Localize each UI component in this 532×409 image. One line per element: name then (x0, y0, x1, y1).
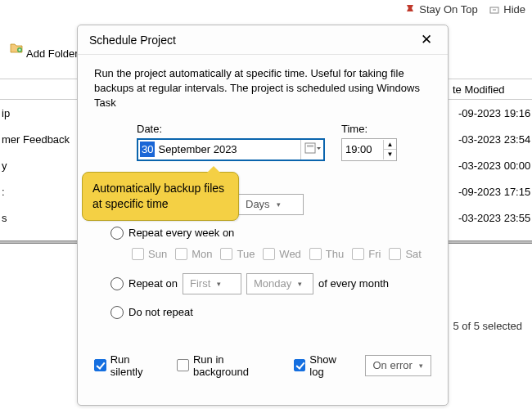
day-sun[interactable]: Sun (132, 248, 167, 260)
run-background-label: Run in background (193, 353, 281, 378)
time-label: Time: (341, 123, 397, 135)
checkbox-icon (177, 359, 189, 371)
calendar-dropdown-icon[interactable] (300, 140, 323, 160)
log-mode-select[interactable]: On error▾ (365, 355, 431, 376)
hide-icon (489, 5, 499, 15)
cell-modified: -03-2023 00:00 (452, 160, 532, 172)
dialog-description: Run the project automatically at specifi… (94, 66, 431, 111)
radio-repeat-on[interactable] (110, 277, 124, 290)
show-log-checkbox[interactable]: Show log (294, 353, 353, 378)
checkbox-icon (175, 248, 187, 260)
col-modified[interactable]: te Modified (445, 83, 525, 96)
repeat-unit-value: Days (246, 198, 270, 210)
day-mon[interactable]: Mon (175, 248, 212, 260)
day-label: Mon (192, 248, 212, 260)
date-rest: September 2023 (155, 143, 300, 155)
run-background-checkbox[interactable]: Run in background (177, 353, 280, 378)
repeat-on-row[interactable]: Repeat on First▾ Monday▾ of every month (110, 273, 431, 294)
day-label: Tue (237, 248, 255, 260)
cell-modified: -09-2023 17:15 (452, 186, 532, 198)
tooltip-callout: Automatically backup files at specific t… (82, 172, 239, 221)
checkbox-icon (263, 248, 275, 260)
hide-label: Hide (503, 3, 525, 16)
date-input[interactable]: 30 September 2023 (137, 138, 325, 161)
day-fri[interactable]: Fri (352, 248, 381, 260)
checkbox-icon (389, 248, 401, 260)
run-silently-checkbox[interactable]: Run silently (94, 353, 164, 378)
status-selected: 5 of 5 selected (453, 320, 522, 332)
stay-on-top-label: Stay On Top (419, 3, 477, 16)
day-tue[interactable]: Tue (220, 248, 255, 260)
log-mode-value: On error (372, 359, 412, 371)
day-label: Sat (405, 248, 422, 260)
weekday-select[interactable]: Monday▾ (246, 273, 313, 294)
do-not-repeat-row[interactable]: Do not repeat (110, 306, 431, 319)
stay-on-top-button[interactable]: Stay On Top (405, 3, 478, 16)
date-label: Date: (137, 123, 325, 135)
repeat-unit-select[interactable]: Days▾ (238, 194, 304, 215)
pin-icon (405, 5, 415, 15)
time-spinner[interactable]: ▲▼ (383, 140, 396, 160)
day-label: Sun (148, 248, 167, 260)
run-silently-label: Run silently (110, 353, 165, 378)
checkbox-icon (309, 248, 322, 260)
time-value: 19:00 (342, 143, 383, 155)
time-input[interactable]: 19:00 ▲▼ (341, 138, 397, 161)
cell-modified: -03-2023 23:55 (452, 212, 532, 224)
dialog-title: Schedule Project (89, 34, 417, 47)
cell-modified: -03-2023 23:54 (452, 133, 532, 146)
do-not-repeat-label: Do not repeat (128, 306, 193, 318)
repeat-week-label: Repeat every week on (128, 227, 234, 239)
checkbox-icon (132, 248, 144, 260)
close-button[interactable]: ✕ (417, 31, 436, 48)
checkbox-icon (352, 248, 364, 260)
show-log-label: Show log (309, 353, 352, 378)
day-wed[interactable]: Wed (263, 248, 301, 260)
checkbox-icon (294, 359, 306, 371)
day-label: Thu (326, 248, 344, 260)
svg-rect-2 (305, 143, 315, 153)
day-label: Fri (368, 248, 381, 260)
ordinal-value: First (190, 277, 210, 290)
checkbox-icon (220, 248, 232, 260)
day-sat[interactable]: Sat (389, 248, 422, 260)
day-thu[interactable]: Thu (309, 248, 344, 260)
radio-do-not-repeat[interactable] (110, 306, 124, 319)
ordinal-select[interactable]: First▾ (183, 273, 241, 294)
repeat-week-row[interactable]: Repeat every week on (110, 227, 431, 240)
folder-add-icon (10, 41, 23, 54)
date-day: 30 (140, 142, 155, 157)
cell-modified: -09-2023 19:16 (452, 107, 532, 119)
radio-repeat-week[interactable] (110, 227, 124, 240)
day-label: Wed (279, 248, 301, 260)
hide-button[interactable]: Hide (489, 3, 525, 16)
repeat-on-label: Repeat on (128, 277, 178, 290)
checkbox-icon (94, 359, 106, 371)
weekday-value: Monday (254, 277, 291, 290)
of-every-month-label: of every month (318, 277, 389, 290)
